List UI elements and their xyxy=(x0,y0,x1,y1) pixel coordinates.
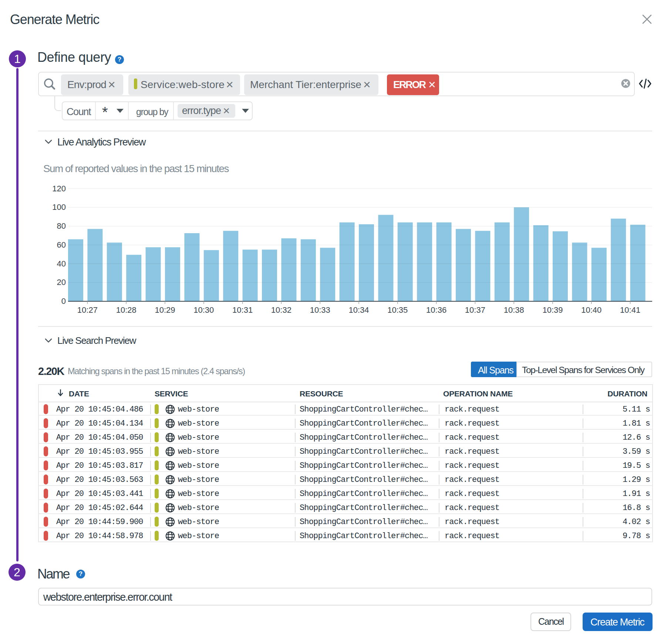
svg-text:60: 60 xyxy=(57,240,66,249)
svg-text:10:39: 10:39 xyxy=(542,305,563,315)
svg-text:10:28: 10:28 xyxy=(116,305,136,315)
svg-text:10:41: 10:41 xyxy=(620,305,640,315)
svg-text:10:31: 10:31 xyxy=(232,305,253,315)
svg-text:10:38: 10:38 xyxy=(504,305,524,315)
svg-text:10:32: 10:32 xyxy=(271,305,291,315)
svg-text:10:37: 10:37 xyxy=(465,305,485,315)
svg-text:120: 120 xyxy=(52,184,66,193)
svg-text:10:30: 10:30 xyxy=(193,305,214,315)
svg-text:80: 80 xyxy=(57,221,66,231)
svg-text:10:35: 10:35 xyxy=(387,305,408,315)
svg-text:10:40: 10:40 xyxy=(581,305,601,315)
svg-text:10:34: 10:34 xyxy=(348,305,369,315)
svg-text:0: 0 xyxy=(61,296,66,306)
svg-text:10:29: 10:29 xyxy=(155,305,175,315)
svg-text:20: 20 xyxy=(57,278,66,287)
svg-text:10:36: 10:36 xyxy=(426,305,446,315)
svg-text:40: 40 xyxy=(57,259,66,268)
svg-text:10:33: 10:33 xyxy=(310,305,330,315)
svg-text:10:27: 10:27 xyxy=(77,305,98,315)
svg-text:100: 100 xyxy=(52,202,66,212)
